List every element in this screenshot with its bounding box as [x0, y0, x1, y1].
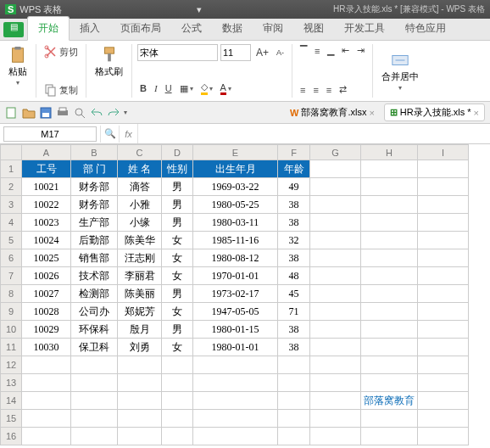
font-color-button[interactable]: A▾ — [218, 81, 234, 96]
spreadsheet-area[interactable]: ABCDEFGHI1工号部 门姓 名性别出生年月年龄210021财务部滴答男19… — [0, 144, 490, 445]
cell[interactable] — [418, 285, 469, 303]
cell[interactable] — [193, 392, 278, 410]
cell[interactable]: 女 — [162, 303, 193, 321]
cell[interactable]: 1980-01-01 — [193, 339, 278, 356]
cell[interactable] — [310, 428, 361, 445]
fill-color-button[interactable]: ◇▾ — [198, 81, 215, 96]
col-header[interactable]: A — [22, 145, 71, 160]
copy-button[interactable]: 复制 — [42, 82, 81, 98]
cell[interactable]: 49 — [278, 178, 310, 196]
cell[interactable] — [361, 232, 418, 249]
menu-插入[interactable]: 插入 — [70, 17, 110, 40]
row-header[interactable]: 1 — [1, 160, 22, 178]
font-family-select[interactable] — [137, 44, 218, 61]
save-icon[interactable] — [39, 106, 53, 120]
align-top-button[interactable]: ▔ — [298, 44, 309, 57]
cell[interactable] — [71, 356, 118, 374]
cell[interactable] — [310, 339, 361, 356]
cell[interactable]: 女 — [162, 249, 193, 267]
cell[interactable]: 女 — [162, 232, 193, 249]
cell[interactable]: 45 — [278, 285, 310, 303]
cut-button[interactable]: 剪切 — [42, 44, 81, 59]
row-header[interactable]: 4 — [1, 214, 22, 232]
cell[interactable] — [418, 392, 469, 410]
cell[interactable]: 滴答 — [118, 178, 162, 196]
cell[interactable]: 38 — [278, 196, 310, 214]
col-header[interactable]: H — [361, 145, 418, 160]
cell[interactable]: 财务部 — [71, 196, 118, 214]
cell[interactable]: 姓 名 — [118, 160, 162, 178]
cell[interactable]: 男 — [162, 214, 193, 232]
cell[interactable]: 32 — [278, 232, 310, 249]
cell[interactable]: 1980-03-11 — [193, 214, 278, 232]
decrease-font-button[interactable]: A- — [274, 48, 287, 58]
cell[interactable] — [71, 374, 118, 392]
cell[interactable] — [71, 392, 118, 410]
wrap-button[interactable]: ⇄ — [337, 83, 349, 96]
cell[interactable] — [418, 196, 469, 214]
undo-icon[interactable] — [90, 106, 103, 120]
cell[interactable] — [361, 285, 418, 303]
cell[interactable]: 检测部 — [71, 285, 118, 303]
cell[interactable] — [310, 374, 361, 392]
cell[interactable]: 出生年月 — [193, 160, 278, 178]
cell[interactable] — [310, 267, 361, 285]
font-size-select[interactable] — [220, 44, 251, 61]
cell[interactable] — [71, 410, 118, 428]
cell[interactable] — [193, 428, 278, 445]
col-header[interactable]: G — [310, 145, 361, 160]
cell[interactable] — [361, 178, 418, 196]
cell[interactable] — [310, 232, 361, 249]
underline-button[interactable]: U — [163, 82, 175, 94]
cell[interactable]: 男 — [162, 178, 193, 196]
cell[interactable] — [118, 392, 162, 410]
cell[interactable] — [118, 356, 162, 374]
cell[interactable]: 年龄 — [278, 160, 310, 178]
cell[interactable] — [278, 356, 310, 374]
menu-开始[interactable]: 开始 — [27, 16, 70, 41]
cell[interactable] — [310, 303, 361, 321]
cell[interactable]: 保卫科 — [71, 339, 118, 356]
cell[interactable]: 1980-05-25 — [193, 196, 278, 214]
cell[interactable] — [22, 356, 71, 374]
cell[interactable]: 1973-02-17 — [193, 285, 278, 303]
cell[interactable]: 1980-08-12 — [193, 249, 278, 267]
row-header[interactable]: 2 — [1, 178, 22, 196]
qat-more-icon[interactable]: ▾ — [124, 109, 127, 116]
menu-特色应用[interactable]: 特色应用 — [395, 17, 456, 40]
cell[interactable]: 女 — [162, 267, 193, 285]
cell[interactable] — [118, 428, 162, 445]
cell[interactable]: 小缘 — [118, 214, 162, 232]
cell[interactable] — [361, 303, 418, 321]
new-icon[interactable] — [5, 106, 19, 120]
cell[interactable]: 1985-11-16 — [193, 232, 278, 249]
col-header[interactable]: I — [418, 145, 469, 160]
cell[interactable] — [418, 267, 469, 285]
cell[interactable]: 殷月 — [118, 321, 162, 339]
cell[interactable] — [361, 339, 418, 356]
cell[interactable]: 公司办 — [71, 303, 118, 321]
row-header[interactable]: 11 — [1, 339, 22, 356]
cell[interactable] — [193, 374, 278, 392]
cell[interactable]: 10025 — [22, 249, 71, 267]
cell[interactable] — [310, 356, 361, 374]
cell[interactable]: 部 门 — [71, 160, 118, 178]
close-icon[interactable]: × — [369, 108, 374, 118]
cell[interactable]: 10028 — [22, 303, 71, 321]
open-icon[interactable] — [22, 106, 36, 120]
col-header[interactable]: B — [71, 145, 118, 160]
cell[interactable]: 38 — [278, 214, 310, 232]
indent-left-button[interactable]: ⇤ — [339, 44, 352, 57]
align-middle-button[interactable]: ≡ — [312, 45, 322, 57]
cell[interactable]: 10022 — [22, 196, 71, 214]
cell[interactable] — [361, 160, 418, 178]
cell[interactable]: 陈美丽 — [118, 285, 162, 303]
cell[interactable]: 女 — [162, 339, 193, 356]
cell[interactable] — [118, 410, 162, 428]
row-header[interactable]: 9 — [1, 303, 22, 321]
cell[interactable]: 财务部 — [71, 178, 118, 196]
cell[interactable] — [193, 410, 278, 428]
cell[interactable]: 部落窝教育 — [361, 392, 418, 410]
menu-页面布局[interactable]: 页面布局 — [110, 17, 171, 40]
cell[interactable] — [418, 232, 469, 249]
